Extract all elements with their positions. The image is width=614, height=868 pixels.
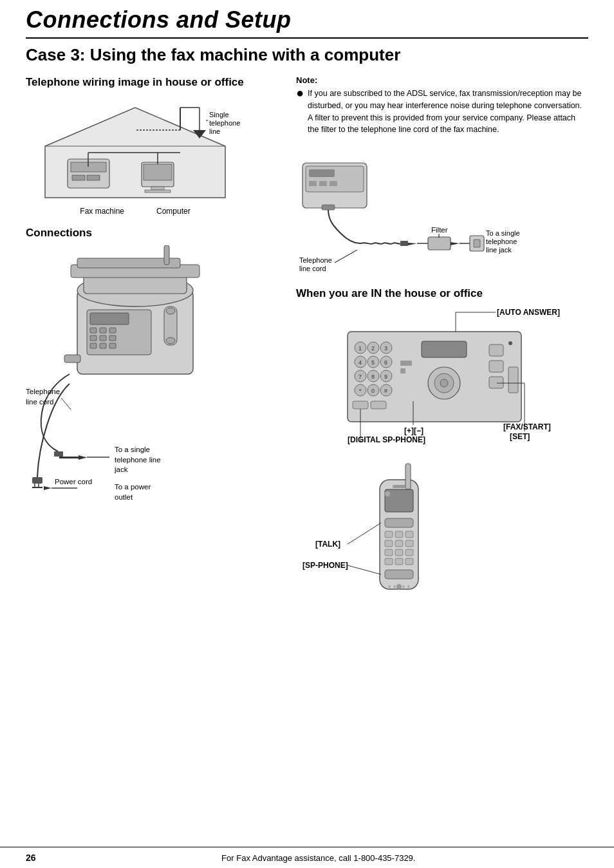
svg-marker-62 — [408, 243, 417, 245]
page-wrapper: Connections and Setup Case 3: Using the … — [0, 0, 614, 868]
svg-text:telephone: telephone — [486, 238, 517, 245]
svg-point-146 — [388, 585, 391, 588]
svg-rect-42 — [164, 245, 169, 265]
fax-panel-diagram: 1 2 3 4 5 6 7 — [296, 306, 573, 448]
svg-rect-31 — [90, 335, 97, 341]
svg-rect-138 — [385, 549, 393, 556]
svg-text:5: 5 — [371, 359, 375, 366]
svg-marker-51 — [44, 486, 51, 490]
svg-rect-59 — [330, 181, 337, 186]
svg-rect-43 — [54, 451, 63, 457]
svg-rect-136 — [395, 540, 403, 547]
page-header: Connections and Setup — [26, 0, 588, 39]
svg-rect-132 — [385, 531, 393, 538]
svg-rect-58 — [319, 181, 327, 186]
to-power-outlet-label: To a poweroutlet — [115, 482, 151, 502]
svg-marker-45 — [79, 455, 87, 460]
svg-rect-47 — [32, 477, 42, 484]
svg-rect-112 — [489, 377, 503, 388]
phone-svg: [TALK] [SP-PHONE] — [296, 460, 573, 609]
svg-point-109 — [440, 379, 448, 387]
connections-svg — [26, 245, 257, 516]
svg-rect-78 — [422, 341, 467, 357]
svg-text:[TALK]: [TALK] — [315, 540, 340, 549]
house-section: When you are IN the house or office 1 2 — [296, 287, 588, 609]
svg-text:2: 2 — [371, 345, 375, 352]
fax-panel-svg: 1 2 3 4 5 6 7 — [296, 306, 573, 448]
note-section: Note: ● If you are subscribed to the ADS… — [296, 75, 588, 142]
svg-rect-34 — [90, 343, 97, 348]
svg-rect-133 — [395, 531, 403, 538]
svg-point-149 — [407, 585, 410, 588]
wiring-title: Telephone wiring image in house or offic… — [26, 75, 277, 90]
svg-text:7: 7 — [358, 373, 362, 380]
footer-assistance-text: For Fax Advantage assistance, call 1-800… — [49, 853, 588, 863]
svg-rect-105 — [400, 361, 412, 366]
bullet-icon: ● — [296, 86, 304, 99]
svg-rect-40 — [64, 355, 80, 363]
svg-rect-11 — [145, 190, 171, 193]
svg-rect-61 — [400, 241, 408, 246]
svg-rect-114 — [508, 367, 518, 393]
svg-rect-135 — [385, 540, 393, 547]
footer-page-number: 26 — [26, 853, 36, 863]
svg-text:3: 3 — [384, 345, 387, 352]
svg-text:line jack: line jack — [486, 246, 512, 254]
svg-line-150 — [348, 523, 381, 544]
svg-rect-32 — [100, 335, 106, 341]
svg-rect-30 — [109, 328, 116, 333]
svg-text:line: line — [209, 127, 220, 135]
svg-point-38 — [166, 308, 175, 314]
connections-section: Connections — [26, 226, 277, 516]
svg-rect-141 — [385, 558, 393, 565]
svg-rect-29 — [100, 328, 106, 333]
note-bullet: ● If you are subscribed to the ADSL serv… — [296, 88, 588, 142]
svg-rect-10 — [151, 187, 164, 190]
svg-text:line cord: line cord — [299, 265, 326, 272]
house-section-title: When you are IN the house or office — [296, 287, 588, 301]
svg-rect-140 — [405, 549, 413, 556]
svg-text:Single: Single — [209, 111, 229, 118]
svg-text:[SET]: [SET] — [510, 432, 530, 441]
svg-rect-110 — [489, 344, 503, 356]
page-title: Connections and Setup — [26, 6, 588, 33]
wiring-diagram-svg: Single telephone line — [26, 95, 245, 204]
svg-text:*: * — [359, 388, 362, 394]
svg-rect-143 — [405, 558, 413, 565]
svg-text:[+][−]: [+][−] — [404, 426, 423, 435]
note-label: Note: — [296, 75, 588, 85]
filter-diagram-container: Filter To a single telephone line jack T… — [296, 150, 588, 279]
svg-rect-27 — [90, 313, 129, 325]
fax-machine-caption: Fax machine — [80, 207, 124, 216]
svg-text:Filter: Filter — [431, 226, 448, 234]
svg-text:[FAX/START]: [FAX/START] — [503, 422, 551, 431]
two-column-layout: Telephone wiring image in house or offic… — [26, 75, 588, 609]
svg-text:0: 0 — [371, 388, 375, 394]
svg-rect-7 — [87, 175, 100, 180]
svg-rect-144 — [385, 570, 413, 579]
svg-rect-129 — [393, 485, 405, 488]
wiring-diagram-container: Single telephone line Fax machine Comput… — [26, 95, 245, 216]
svg-rect-131 — [385, 518, 413, 527]
svg-point-39 — [166, 337, 175, 344]
svg-rect-28 — [90, 328, 97, 333]
svg-text:4: 4 — [358, 359, 362, 366]
svg-rect-134 — [405, 531, 413, 538]
section-title: Case 3: Using the fax machine with a com… — [26, 45, 588, 65]
power-cord-label: Power cord — [55, 477, 92, 487]
svg-point-130 — [385, 491, 390, 496]
note-text: If you are subscribed to the ADSL servic… — [308, 88, 588, 136]
to-single-line-label: To a singletelephone linejack — [115, 445, 161, 475]
svg-rect-104 — [371, 401, 386, 409]
svg-text:6: 6 — [384, 359, 387, 366]
filter-diagram-svg: Filter To a single telephone line jack T… — [296, 150, 573, 279]
svg-rect-139 — [395, 549, 403, 556]
svg-rect-60 — [322, 205, 335, 210]
svg-point-148 — [402, 585, 405, 588]
telephone-line-label: Telephoneline cord — [26, 387, 60, 407]
svg-rect-56 — [309, 169, 335, 177]
svg-text:#: # — [384, 388, 387, 394]
svg-point-113 — [508, 341, 512, 345]
svg-text:To a single: To a single — [486, 229, 520, 237]
svg-rect-36 — [109, 343, 116, 348]
